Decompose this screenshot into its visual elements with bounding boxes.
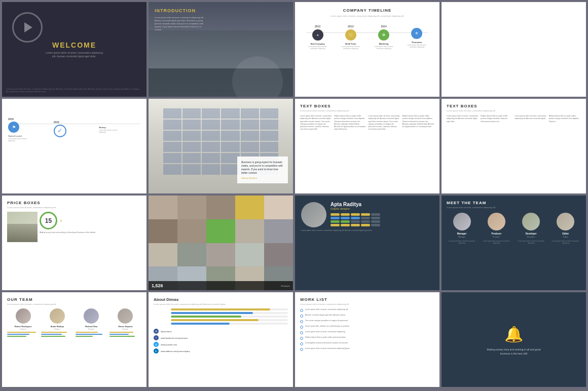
social-text-4: www.address.com/yourcompany: [161, 350, 190, 353]
year-3: 2014: [381, 25, 387, 28]
timeline-title: COMPANY TIMELINE: [301, 8, 433, 13]
desc-4: Lorem ipsum dolor sit amet, consectetur …: [406, 45, 428, 49]
welcome-bottom: Lorem ipsum dolor sit amet, consectetur …: [6, 88, 142, 93]
seg-4-1: [330, 224, 340, 226]
ot-avatar-3: [84, 308, 99, 324]
ot-bars-3: [76, 332, 107, 338]
tl2-icon-1: ⚑: [12, 125, 16, 130]
skill-bars-2: [330, 217, 380, 219]
price-box-info: 15 $ Making money trust and working in a…: [40, 212, 141, 234]
wl-text-2: Aenean commodo ligula eget dolor. Aenean…: [305, 314, 346, 317]
meet-team-title: MEET THE TEAM: [447, 201, 581, 205]
wl-text-4: Donec quam felis, ultricies nec, pellent…: [305, 325, 350, 328]
social-icon-4: in: [154, 348, 159, 354]
text-col-1: Lorem ipsum dolor sit amet, consectetur …: [300, 115, 332, 131]
seg-2-4: [361, 217, 370, 219]
skill-1: [330, 213, 433, 216]
face-14: [235, 243, 264, 267]
seg-4-2: [341, 224, 350, 226]
ot-bar-1-2: [7, 334, 29, 335]
social-item-3: @ www.yoursite.com: [154, 342, 288, 347]
text-col-4-text: Nullam dictum felis eu pede mollis preti…: [402, 115, 434, 128]
ot-member-4: Simon Saputra Designer: [109, 308, 141, 338]
wl-bullet-2: [300, 315, 303, 318]
bar-row-4: [154, 319, 288, 321]
ot-avatar-4: [118, 308, 133, 324]
text-boxes-columns-1: Lorem ipsum dolor sit amet, consectetur …: [300, 115, 434, 131]
tl2-check: ✓: [54, 125, 66, 137]
dot-icon-3: ✿: [382, 33, 385, 37]
face-11: [149, 243, 177, 267]
wl-item-7: Cras dapibus vivamus elementum semper ni…: [300, 342, 434, 345]
seg-3-5: [371, 220, 380, 223]
price-subtitle: Lorem ipsum dolor sit amet, consectetur …: [7, 206, 141, 209]
bar-track-4: [171, 319, 288, 321]
ot-bar-2-2: [41, 334, 62, 335]
slide-text-boxes-2: TEXT BOXES Lorem ipsum dolor sit amet, c…: [442, 99, 586, 193]
ot-member-2: Aisha Raditya Designer: [41, 308, 73, 338]
profile-avatar: [301, 202, 326, 227]
text-col-6-text: Nullam dictum felis eu pede mollis preti…: [481, 115, 512, 123]
face-4: [235, 196, 264, 219]
team-member-3: Developer Developer Lorem ipsum dolor si…: [516, 213, 546, 244]
wl-text-5: Lorem ipsum dolor sit amet, consectetur …: [305, 331, 346, 333]
label-1: Start Company: [310, 43, 324, 45]
text-col-2-text: Nullam dictum felis eu pede mollis preti…: [334, 115, 366, 131]
face-12: [177, 243, 206, 267]
play-icon: [24, 22, 32, 32]
wl-text-6: Nullam dictum felis eu pede mollis preti…: [305, 336, 346, 339]
ot-role-3: Designer: [88, 328, 94, 330]
text-col-7: Lorem ipsum dolor sit amet, consectetur …: [515, 115, 547, 123]
checkmark-icon: ✓: [57, 127, 62, 134]
ot-bar-3-3: [76, 336, 93, 337]
work-list-title: WORK LIST: [300, 297, 434, 302]
label-2: Build Team: [345, 43, 356, 45]
team-name-1: Manager: [457, 232, 467, 235]
team-desc-2: Lorem ipsum dolor sit amet consectetur a…: [481, 240, 511, 244]
wl-bullet-1: [300, 309, 303, 312]
bar-track-1: [171, 308, 288, 310]
social-icon-3: @: [154, 342, 159, 347]
social-links: ✉ @username f www.facebook.com/yourname …: [154, 329, 288, 354]
desc-1: Lorem ipsum dolor sit amet, consectetur …: [306, 46, 329, 50]
seg-2-3: [351, 217, 360, 219]
seg-4-3: [351, 224, 360, 226]
bell-text: Making money trust and working in all an…: [484, 348, 544, 356]
price-title: PRICE BOXES: [7, 201, 141, 205]
skill-3: [330, 220, 433, 223]
stat-overlay: 1,526 Employes: [149, 281, 293, 290]
tl2-item-2: 2016 ✓: [54, 121, 95, 139]
bar-fill-4: [171, 319, 259, 321]
tl2-year-1: 2015: [8, 118, 14, 121]
face-7: [177, 219, 206, 243]
seg-4-4: [361, 224, 370, 226]
ot-name-2: Aisha Raditya: [51, 325, 64, 328]
tl2-desc-3: Lorem ipsum dolor sit amet adipiscing: [99, 130, 124, 134]
ot-bar-1-3: [7, 336, 26, 337]
social-text-2: www.facebook.com/yourname: [161, 337, 188, 339]
play-button[interactable]: [12, 12, 43, 43]
label-3: Marketing: [379, 43, 389, 45]
stat-label: Employes: [281, 285, 290, 287]
tl2-item-1: 2015 ⚑ Started Launch Lorem ipsum dolor …: [8, 118, 50, 142]
slide-dark-bell: 🔔 Making money trust and working in all …: [442, 292, 586, 387]
bar-track-5: [171, 323, 288, 325]
dot-1: ≡: [312, 29, 323, 41]
dot-icon-1: ≡: [317, 33, 319, 37]
face-5: [264, 196, 293, 219]
introduction-label: INTRODUCTION: [155, 8, 287, 13]
team-avatar-1: [453, 213, 471, 230]
slide-work-list: WORK LIST Lorem ipsum dolor sit amet, co…: [295, 292, 439, 387]
wl-text-7: Cras dapibus vivamus elementum semper ni…: [305, 342, 348, 344]
team-member-1: Manager Manager Lorem ipsum dolor sit am…: [447, 213, 477, 244]
skill-bars-3: [330, 220, 380, 223]
ot-avatar-1: [16, 308, 31, 324]
text-boxes-title-2: TEXT BOXES: [447, 104, 581, 108]
ot-bars-1: [7, 332, 39, 338]
seg-3-2: [341, 220, 350, 223]
text-col-8: Nullam dictum felis eu pede mollis preti…: [549, 115, 581, 123]
dot-4: ❄: [411, 28, 422, 39]
work-list-items: Lorem ipsum dolor sit amet, consectetur …: [300, 308, 434, 351]
ot-bar-1-1: [7, 332, 36, 333]
team-member-2: Producer Producer Lorem ipsum dolor sit …: [481, 213, 511, 244]
